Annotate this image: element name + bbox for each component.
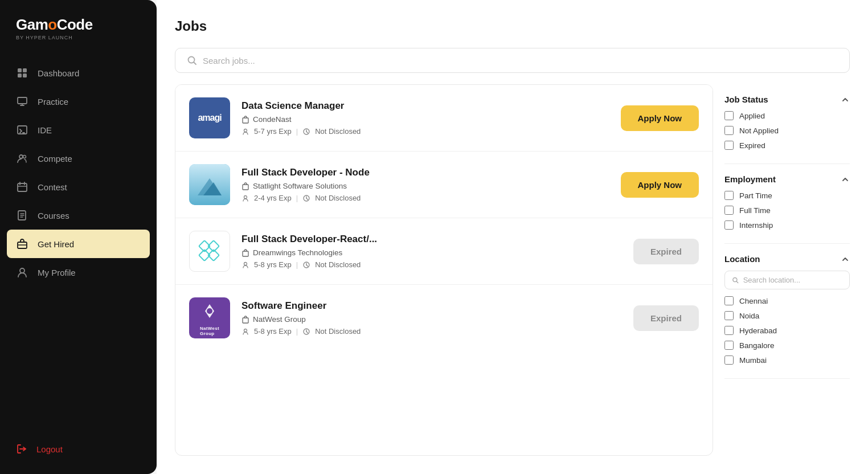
- expired-button: Expired: [633, 239, 699, 264]
- svg-point-26: [244, 129, 247, 132]
- svg-point-10: [23, 156, 26, 158]
- expired-button: Expired: [633, 305, 699, 331]
- filter-option-expired[interactable]: Expired: [724, 141, 850, 150]
- job-company: CondeNast: [241, 115, 609, 124]
- svg-line-54: [736, 281, 738, 283]
- sidebar-item-contest[interactable]: Contest: [0, 173, 157, 201]
- sidebar-bottom: Logout: [0, 431, 157, 474]
- checkbox-chennai[interactable]: [724, 296, 734, 305]
- sidebar-label-compete: Compete: [38, 154, 72, 164]
- checkbox-internship[interactable]: [724, 220, 734, 230]
- svg-rect-25: [243, 118, 248, 123]
- job-card: Full Stack Developer-React/... Dreamwing…: [175, 218, 713, 285]
- filter-label-not-applied: Not Applied: [739, 126, 779, 135]
- job-card: Full Stack Developer - Node Statlight So…: [175, 152, 713, 218]
- app-tagline: BY HYPER LAUNCH: [16, 35, 93, 40]
- filter-employment: Employment Part Time Full Time: [724, 164, 850, 244]
- filter-label-applied: Applied: [739, 112, 765, 120]
- filter-label-part-time: Part Time: [739, 191, 772, 200]
- monitor-icon: [16, 95, 28, 108]
- filter-label-full-time: Full Time: [739, 206, 771, 215]
- filter-header-job-status: Job Status: [724, 95, 850, 104]
- logout-label: Logout: [36, 444, 63, 454]
- svg-rect-4: [18, 97, 27, 104]
- briefcase-icon: [16, 238, 28, 250]
- filter-header-employment: Employment: [724, 174, 850, 184]
- checkbox-part-time[interactable]: [724, 191, 734, 200]
- svg-point-49: [244, 329, 247, 332]
- filter-option-chennai[interactable]: Chennai: [724, 296, 850, 305]
- svg-rect-0: [18, 68, 22, 72]
- svg-point-23: [189, 57, 195, 63]
- filter-option-noida[interactable]: Noida: [724, 311, 850, 320]
- filter-label-chennai: Chennai: [739, 297, 768, 305]
- svg-point-43: [244, 262, 247, 265]
- book-icon: [16, 209, 28, 222]
- search-icon: [187, 55, 197, 66]
- sidebar-item-compete[interactable]: Compete: [0, 144, 157, 173]
- apply-now-button[interactable]: Apply Now: [621, 105, 699, 131]
- filter-panel: Job Status Applied Not Applied: [724, 84, 850, 456]
- company-logo: amagi: [189, 97, 230, 138]
- job-company: Dreamwings Technologies: [241, 248, 622, 257]
- svg-rect-7: [18, 126, 27, 134]
- search-input[interactable]: [203, 56, 838, 66]
- svg-point-21: [20, 268, 24, 273]
- apply-now-button[interactable]: Apply Now: [621, 172, 699, 198]
- sidebar-label-courses: Courses: [38, 211, 69, 220]
- person-icon: [16, 266, 28, 279]
- filter-option-bangalore[interactable]: Bangalore: [724, 341, 850, 350]
- sidebar-label-my-profile: My Profile: [38, 268, 76, 277]
- sidebar-item-practice[interactable]: Practice: [0, 87, 157, 116]
- company-logo: NatWestGroup: [189, 297, 230, 338]
- filter-title-employment: Employment: [724, 174, 776, 184]
- svg-line-37: [306, 198, 308, 200]
- app-name: GamoCode: [16, 16, 93, 34]
- filter-option-part-time[interactable]: Part Time: [724, 191, 850, 200]
- sidebar-item-courses[interactable]: Courses: [0, 201, 157, 230]
- filter-title-job-status: Job Status: [724, 95, 768, 104]
- job-title: Data Science Manager: [241, 100, 609, 112]
- logo-area: GamoCode BY HYPER LAUNCH: [0, 0, 157, 54]
- job-info: Data Science Manager CondeNast 5-7 yrs E…: [241, 100, 609, 136]
- filter-option-applied[interactable]: Applied: [724, 111, 850, 120]
- logout-button[interactable]: Logout: [0, 435, 157, 463]
- svg-rect-42: [243, 251, 248, 256]
- checkbox-hyderabad[interactable]: [724, 326, 734, 335]
- checkbox-applied[interactable]: [724, 111, 734, 120]
- filter-option-internship[interactable]: Internship: [724, 220, 850, 230]
- sidebar-item-my-profile[interactable]: My Profile: [0, 258, 157, 287]
- checkbox-noida[interactable]: [724, 311, 734, 320]
- filter-option-mumbai[interactable]: Mumbai: [724, 356, 850, 365]
- filter-label-hyderabad: Hyderabad: [739, 326, 777, 335]
- sidebar-label-contest: Contest: [38, 182, 67, 192]
- filter-label-bangalore: Bangalore: [739, 341, 775, 350]
- job-details: 5-8 yrs Exp | Not Disclosed: [241, 327, 622, 336]
- svg-point-9: [19, 155, 23, 158]
- checkbox-not-applied[interactable]: [724, 126, 734, 135]
- svg-rect-33: [243, 185, 248, 190]
- location-search-input[interactable]: [743, 276, 842, 284]
- sidebar-item-get-hired[interactable]: Get Hired: [7, 230, 150, 258]
- filter-label-mumbai: Mumbai: [739, 356, 767, 365]
- company-logo: [189, 231, 230, 272]
- sidebar-item-ide[interactable]: IDE: [0, 116, 157, 144]
- location-search-icon: [732, 276, 739, 284]
- filter-location: Location Chennai: [724, 244, 850, 379]
- sidebar-item-dashboard[interactable]: Dashboard: [0, 59, 157, 87]
- job-company: Statlight Software Solutions: [241, 182, 609, 190]
- sidebar: GamoCode BY HYPER LAUNCH Dashboard: [0, 0, 157, 474]
- main-content: Jobs amagi Data Science Manager: [157, 0, 868, 474]
- checkbox-expired[interactable]: [724, 141, 734, 150]
- company-logo: [189, 164, 230, 205]
- filter-option-full-time[interactable]: Full Time: [724, 206, 850, 215]
- svg-rect-2: [18, 73, 22, 77]
- filter-option-hyderabad[interactable]: Hyderabad: [724, 326, 850, 335]
- filter-option-not-applied[interactable]: Not Applied: [724, 126, 850, 135]
- chevron-up-icon: [841, 95, 850, 104]
- svg-line-46: [306, 265, 308, 267]
- checkbox-full-time[interactable]: [724, 206, 734, 215]
- job-info: Full Stack Developer - Node Statlight So…: [241, 167, 609, 202]
- checkbox-bangalore[interactable]: [724, 341, 734, 350]
- checkbox-mumbai[interactable]: [724, 356, 734, 365]
